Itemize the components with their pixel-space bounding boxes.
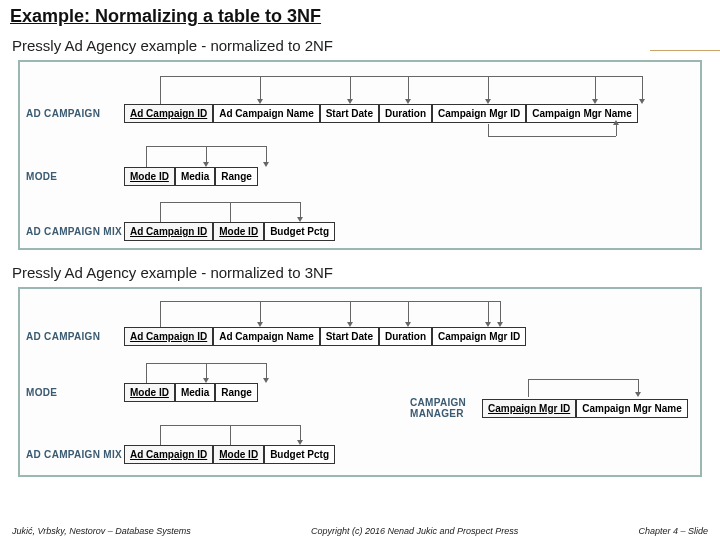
fd-line [488,301,489,323]
col: Ad Campaign ID [124,222,213,241]
arrow-icon [497,322,503,327]
tablename-mix: AD CAMPAIGN MIX [26,449,124,460]
tablename-mix: AD CAMPAIGN MIX [26,226,124,237]
fd-line [160,425,161,445]
row-adcampaign-3nf: AD CAMPAIGN Ad Campaign ID Ad Campaign N… [26,327,526,346]
fd-line [260,301,261,323]
fd-line [595,76,596,100]
col: Mode ID [124,167,175,186]
fd-line [146,146,147,167]
arrow-icon [405,99,411,104]
col: Start Date [320,104,379,123]
tablename-mode: MODE [26,387,124,398]
tablename-adcampaign: AD CAMPAIGN [26,108,124,119]
arrow-icon [635,392,641,397]
col: Media [175,383,215,402]
fd-line [260,76,261,100]
col: Campaign Mgr Name [526,104,637,123]
col: Duration [379,327,432,346]
fd-line [350,76,351,100]
fd-line [500,301,501,323]
fd-line [160,76,642,77]
fd-line [528,379,638,380]
arrow-icon [613,120,619,125]
fd-line [350,301,351,323]
col: Ad Campaign ID [124,445,213,464]
arrow-icon [257,322,263,327]
col: Start Date [320,327,379,346]
arrow-icon [347,322,353,327]
arrow-icon [347,99,353,104]
arrow-icon [639,99,645,104]
diagram-3nf: AD CAMPAIGN Ad Campaign ID Ad Campaign N… [18,287,702,477]
fd-line [638,379,639,393]
col: Campaign Mgr ID [482,399,576,418]
arrow-icon [257,99,263,104]
fd-line [206,146,207,163]
col: Campaign Mgr Name [576,399,687,418]
row-adcampaign-2nf: AD CAMPAIGN Ad Campaign ID Ad Campaign N… [26,104,638,123]
fd-line [266,363,267,379]
col: Ad Campaign Name [213,104,319,123]
fd-line [488,136,616,137]
col: Mode ID [124,383,175,402]
fd-line [300,202,301,218]
arrow-icon [485,99,491,104]
footer: Jukić, Vrbsky, Nestorov – Database Syste… [0,526,720,536]
col: Mode ID [213,222,264,241]
tablename-adcampaign: AD CAMPAIGN [26,331,124,342]
diagram-2nf: AD CAMPAIGN Ad Campaign ID Ad Campaign N… [18,60,702,250]
col: Range [215,383,258,402]
fd-line [230,202,231,222]
fd-line [206,363,207,379]
row-mode-2nf: MODE Mode ID Media Range [26,167,258,186]
col: Range [215,167,258,186]
tablename-mode: MODE [26,171,124,182]
arrow-icon [485,322,491,327]
footer-right: Chapter 4 – Slide [638,526,708,536]
col: Media [175,167,215,186]
fd-line [160,202,300,203]
decor-line [650,50,720,51]
arrow-icon [263,162,269,167]
fd-line [160,425,300,426]
col: Mode ID [213,445,264,464]
fd-line [528,379,529,397]
col: Budget Pctg [264,222,335,241]
col: Ad Campaign ID [124,327,213,346]
tablename-mgr: CAMPAIGN MANAGER [410,397,482,419]
row-mix-2nf: AD CAMPAIGN MIX Ad Campaign ID Mode ID B… [26,222,335,241]
fd-line [160,301,161,327]
footer-left: Jukić, Vrbsky, Nestorov – Database Syste… [12,526,191,536]
arrow-icon [203,378,209,383]
arrow-icon [405,322,411,327]
col: Budget Pctg [264,445,335,464]
fd-line [160,76,161,104]
fd-line [488,124,489,136]
subtitle-3nf: Pressly Ad Agency example - normalized t… [0,256,720,285]
fd-line [408,301,409,323]
fd-line [266,146,267,163]
fd-line [230,425,231,445]
subtitle-2nf: Pressly Ad Agency example - normalized t… [0,29,720,58]
col: Ad Campaign Name [213,327,319,346]
fd-line [642,76,643,100]
fd-line [300,425,301,441]
col: Ad Campaign ID [124,104,213,123]
fd-line [408,76,409,100]
row-mode-3nf: MODE Mode ID Media Range [26,383,258,402]
fd-line [616,124,617,136]
col: Campaign Mgr ID [432,104,526,123]
arrow-icon [592,99,598,104]
slide-title: Example: Normalizing a table to 3NF [0,0,720,29]
col: Duration [379,104,432,123]
footer-center: Copyright (c) 2016 Nenad Jukic and Prosp… [311,526,518,536]
row-mix-3nf: AD CAMPAIGN MIX Ad Campaign ID Mode ID B… [26,445,335,464]
arrow-icon [297,217,303,222]
fd-line [146,363,147,383]
arrow-icon [263,378,269,383]
row-mgr-3nf: CAMPAIGN MANAGER Campaign Mgr ID Campaig… [410,397,688,419]
arrow-icon [297,440,303,445]
fd-line [160,202,161,222]
fd-line [160,301,500,302]
